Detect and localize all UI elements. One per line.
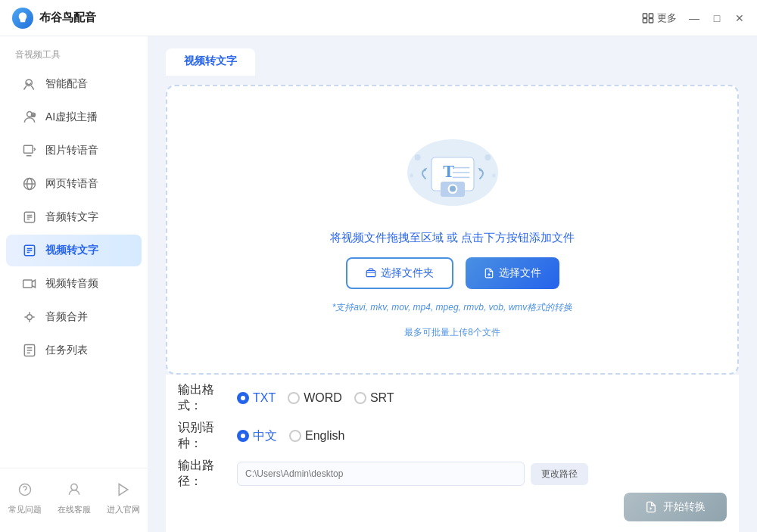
svg-rect-1 [649, 14, 653, 17]
svg-rect-3 [649, 18, 653, 22]
format-srt-radio[interactable] [354, 392, 366, 404]
format-txt-label: TXT [253, 391, 276, 405]
svg-rect-0 [643, 14, 646, 17]
sidebar-section-title: 音视频工具 [0, 48, 148, 67]
audio-to-text-icon [21, 209, 38, 226]
sidebar-bottom-nav: 常见问题 在线客服 进入官网 [0, 468, 148, 520]
recognition-language-label: 识别语种： [178, 420, 231, 452]
sidebar-item-audio-merge[interactable]: 音频合并 [6, 301, 142, 333]
output-path-input[interactable] [237, 462, 525, 486]
maximize-button[interactable]: □ [712, 13, 722, 23]
app-title: 布谷鸟配音 [39, 11, 96, 25]
web-tts-icon [21, 176, 38, 192]
sidebar-item-smart-dubbing[interactable]: 智能配音 [6, 68, 142, 100]
logo-icon [12, 8, 33, 29]
select-file-button[interactable]: 选择文件 [466, 257, 559, 289]
minimize-button[interactable]: — [689, 13, 699, 23]
select-folder-button[interactable]: 选择文件夹 [346, 257, 453, 289]
bottom-options: 输出格式： TXT WORD SRT [166, 375, 739, 532]
lang-english[interactable]: English [289, 429, 344, 443]
website-icon [116, 482, 131, 501]
tab-video-to-text[interactable]: 视频转文字 [166, 48, 255, 76]
sidebar-support[interactable]: 在线客服 [49, 478, 98, 520]
change-path-button[interactable]: 更改路径 [531, 463, 588, 485]
tab-bar: 视频转文字 [166, 48, 739, 76]
svg-point-32 [492, 174, 496, 178]
ai-anchor-icon: AI [21, 109, 38, 126]
more-button[interactable]: 更多 [642, 11, 677, 25]
image-tts-icon [21, 142, 38, 159]
lang-english-label: English [305, 429, 344, 443]
video-to-audio-icon [21, 275, 38, 292]
sidebar-label-audio-to-text: 音频转文字 [45, 210, 98, 224]
sidebar: 音视频工具 智能配音 AI AI虚拟主播 [0, 36, 148, 532]
sidebar-label-ai-anchor: AI虚拟主播 [45, 110, 98, 124]
output-path-row: 输出路径： 更改路径 [178, 458, 727, 490]
svg-rect-20 [23, 280, 33, 288]
svg-point-27 [70, 484, 76, 490]
svg-point-29 [414, 154, 420, 160]
website-label: 进入官网 [107, 504, 140, 515]
task-list-icon [21, 342, 38, 359]
svg-rect-2 [643, 18, 646, 22]
window-controls: 更多 — □ ✕ [642, 11, 745, 25]
drop-illustration: T [392, 120, 513, 219]
sidebar-item-web-tts[interactable]: 网页转语音 [6, 168, 142, 200]
drop-zone[interactable]: T 将视频文件拖拽至区域 或 点击下方按钮添加文件 [166, 85, 739, 375]
app-logo: 布谷鸟配音 [12, 8, 96, 29]
svg-rect-8 [24, 145, 33, 153]
title-bar: 布谷鸟配音 更多 — □ ✕ [0, 0, 757, 36]
svg-text:T: T [443, 162, 454, 181]
sidebar-label-web-tts: 网页转语音 [45, 177, 98, 191]
sidebar-label-video-to-audio: 视频转音频 [45, 277, 98, 291]
svg-point-21 [27, 315, 33, 320]
sidebar-item-ai-anchor[interactable]: AI AI虚拟主播 [6, 101, 142, 133]
lang-chinese[interactable]: 中文 [237, 428, 277, 444]
close-button[interactable]: ✕ [734, 13, 745, 23]
format-txt-radio[interactable] [237, 392, 249, 404]
batch-note: 最多可批量上传8个文件 [404, 326, 500, 339]
start-convert-button[interactable]: 开始转换 [624, 493, 727, 521]
lang-english-radio[interactable] [289, 430, 301, 442]
format-txt[interactable]: TXT [237, 391, 276, 405]
sidebar-item-video-to-text[interactable]: 视频转文字 [6, 235, 142, 266]
sidebar-label-audio-merge: 音频合并 [45, 310, 88, 324]
output-format-group: TXT WORD SRT [237, 391, 394, 405]
faq-label: 常见问题 [8, 504, 42, 515]
output-path-label: 输出路径： [178, 458, 231, 490]
format-srt[interactable]: SRT [354, 391, 394, 405]
svg-point-30 [484, 154, 491, 160]
support-icon [67, 482, 82, 501]
sidebar-item-task-list[interactable]: 任务列表 [6, 334, 142, 366]
svg-rect-41 [459, 183, 463, 187]
svg-point-40 [450, 186, 456, 192]
smart-dubbing-icon [21, 76, 38, 92]
sidebar-faq[interactable]: 常见问题 [0, 478, 49, 520]
format-word-label: WORD [304, 391, 342, 405]
sidebar-website[interactable]: 进入官网 [98, 478, 148, 520]
faq-icon [17, 482, 33, 501]
video-to-text-icon [21, 242, 38, 259]
svg-rect-44 [366, 271, 375, 277]
output-format-label: 输出格式： [178, 382, 231, 414]
sidebar-label-image-tts: 图片转语音 [45, 144, 98, 157]
drop-buttons: 选择文件夹 选择文件 [346, 257, 559, 289]
sidebar-label-task-list: 任务列表 [45, 344, 88, 357]
sidebar-item-audio-to-text[interactable]: 音频转文字 [6, 201, 142, 233]
language-group: 中文 English [237, 428, 344, 444]
sidebar-label-video-to-text: 视频转文字 [45, 244, 98, 257]
svg-point-31 [410, 174, 413, 178]
output-format-row: 输出格式： TXT WORD SRT [178, 382, 727, 414]
recognition-language-row: 识别语种： 中文 English [178, 420, 727, 452]
format-word[interactable]: WORD [288, 391, 342, 405]
audio-merge-icon [21, 309, 38, 325]
sidebar-item-video-to-audio[interactable]: 视频转音频 [6, 268, 142, 300]
svg-text:AI: AI [32, 114, 35, 117]
content-area: 视频转文字 T [148, 36, 757, 532]
format-note: *支持avi, mkv, mov, mp4, mpeg, rmvb, vob, … [332, 301, 573, 314]
lang-chinese-radio[interactable] [237, 430, 249, 442]
sidebar-label-smart-dubbing: 智能配音 [45, 77, 88, 91]
format-word-radio[interactable] [288, 392, 300, 404]
lang-chinese-label: 中文 [253, 428, 277, 444]
sidebar-item-image-tts[interactable]: 图片转语音 [6, 135, 142, 166]
